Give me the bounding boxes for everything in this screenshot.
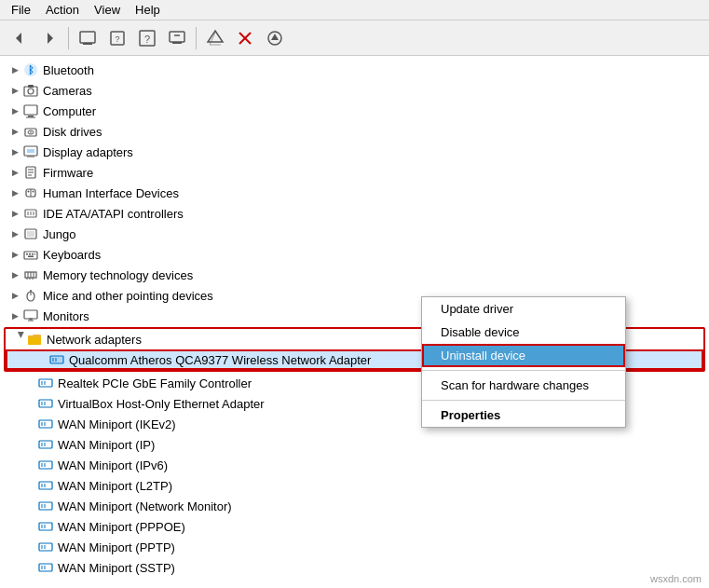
wan-pptp-icon [37,539,54,555]
svg-rect-20 [28,85,34,88]
bluetooth-label: Bluetooth [43,63,94,77]
expand-keyboards[interactable]: ▶ [7,247,22,262]
context-disable-device[interactable]: Disable device [422,321,625,344]
svg-rect-2 [80,32,95,43]
expand-network[interactable]: ▶ [11,332,26,347]
tree-item-wan-netmon[interactable]: WAN Miniport (Network Monitor) [0,496,709,516]
context-menu: Update driver Disable device Uninstall d… [421,296,626,428]
realtek-icon [37,375,54,391]
tree-item-jungo[interactable]: ▶ Jungo [0,224,709,244]
tree-item-display[interactable]: ▶ Display adapters [0,142,709,162]
properties-button[interactable] [74,24,102,52]
menu-help[interactable]: Help [128,1,168,19]
display-label: Display adapters [43,145,133,159]
svg-rect-83 [39,482,52,489]
context-properties[interactable]: Properties [422,403,625,427]
svg-rect-9 [172,42,182,44]
tree-item-wan-pptp[interactable]: WAN Miniport (PPTP) [0,537,709,557]
svg-rect-47 [32,253,34,255]
expand-mice[interactable]: ▶ [7,288,22,303]
virtualbox-icon [37,395,54,412]
wan-pppoe-label: WAN Miniport (PPPOE) [58,520,185,534]
svg-rect-22 [28,116,34,117]
svg-rect-86 [39,502,52,510]
expand-disk[interactable]: ▶ [7,124,22,139]
virtualbox-label: VirtualBox Host-Only Ethernet Adapter [58,397,265,411]
realtek-label: Realtek PCIe GbE Family Controller [58,376,252,390]
keyboards-label: Keyboards [43,248,101,262]
monitors-icon [22,308,39,324]
memory-label: Memory technology devices [43,268,193,282]
expand-display[interactable]: ▶ [7,144,22,159]
monitors-label: Monitors [43,309,89,323]
wan-ikev2-icon [37,416,54,432]
disk-icon [22,123,39,140]
svg-rect-71 [39,400,52,407]
context-uninstall-device[interactable]: Uninstall device [422,344,625,367]
mice-label: Mice and other pointing devices [43,289,213,303]
svg-marker-1 [48,33,53,44]
qualcomm-label: Qualcomm Atheros QCA9377 Wireless Networ… [69,353,371,367]
tree-item-wan-sstp[interactable]: WAN Miniport (SSTP) [0,557,709,578]
svg-rect-3 [83,43,92,45]
tree-item-disk-drives[interactable]: ▶ Disk drives [0,121,709,142]
tree-item-firmware[interactable]: ▶ Firmware [0,162,709,183]
tree-item-wan-ip[interactable]: WAN Miniport (IP) [0,434,709,455]
display-icon [22,144,39,160]
tree-item-memory[interactable]: ▶ Memory technology devices [0,265,709,285]
qualcomm-icon [48,351,65,368]
tree-item-wan-pppoe[interactable]: WAN Miniport (PPPOE) [0,516,709,537]
svg-text:ᛒ: ᛒ [28,64,34,75]
tree-item-hid[interactable]: ▶ Human Interface Devices [0,183,709,203]
tree-item-computer[interactable]: ▶ Computer [0,101,709,121]
expand-cameras[interactable]: ▶ [7,83,22,98]
expand-hid[interactable]: ▶ [7,185,22,200]
cameras-icon [22,82,39,99]
expand-bluetooth[interactable]: ▶ [7,62,22,77]
tree-item-bluetooth[interactable]: ▶ ᛒ Bluetooth [0,60,709,80]
svg-rect-43 [27,231,34,237]
firmware-label: Firmware [43,166,93,180]
context-scan-hardware[interactable]: Scan for hardware changes [422,374,625,397]
back-button[interactable] [6,24,34,52]
wan-ikev2-label: WAN Miniport (IKEv2) [58,417,176,431]
scan-button[interactable] [201,24,229,52]
wan-ipv6-label: WAN Miniport (IPv6) [58,458,168,472]
expand-memory[interactable]: ▶ [7,267,22,282]
tree-item-keyboards[interactable]: ▶ Keyboards [0,244,709,265]
svg-rect-68 [39,379,52,387]
expand-computer[interactable]: ▶ [7,103,22,118]
menu-file[interactable]: File [4,1,38,19]
help-button[interactable]: ? [133,24,161,52]
expand-ide[interactable]: ▶ [7,206,22,221]
context-update-driver[interactable]: Update driver [422,297,625,321]
wan-sstp-label: WAN Miniport (SSTP) [58,561,175,575]
wan-sstp-icon [37,559,54,576]
wan-ip-icon [37,436,54,453]
forward-button[interactable] [35,24,63,52]
tree-item-ide[interactable]: ▶ IDE ATA/ATAPI controllers [0,203,709,224]
context-separator-2 [422,400,625,401]
firmware-icon [22,164,39,181]
tree-item-wan-l2tp[interactable]: WAN Miniport (L2TP) [0,475,709,496]
tree-item-cameras[interactable]: ▶ Cameras [0,80,709,101]
uninstall-button[interactable] [163,24,191,52]
jungo-icon [22,226,39,242]
delete-button[interactable] [231,24,259,52]
tree-item-wan-ipv6[interactable]: WAN Miniport (IPv6) [0,455,709,475]
svg-point-37 [33,191,34,193]
menu-view[interactable]: View [87,1,128,19]
menu-action[interactable]: Action [38,1,87,19]
update-driver-button[interactable]: ? [103,24,131,52]
expand-jungo[interactable]: ▶ [7,226,22,241]
wan-ipv6-icon [37,457,54,473]
expand-firmware[interactable]: ▶ [7,165,22,180]
watermark: wsxdn.com [650,573,702,584]
wan-pppoe-icon [37,518,54,535]
svg-rect-89 [39,523,52,530]
add-hardware-button[interactable] [261,24,289,52]
svg-marker-15 [271,34,279,40]
svg-rect-60 [24,310,37,319]
toolbar-separator-1 [68,27,69,49]
expand-monitors[interactable]: ▶ [7,308,22,323]
